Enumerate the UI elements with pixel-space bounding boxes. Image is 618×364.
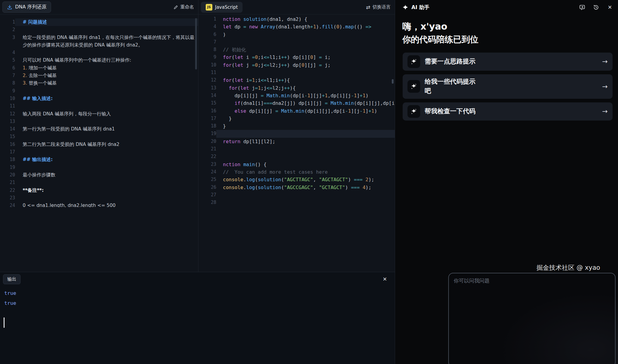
code-line[interactable]: 25console.log(solution("AGCTTAGC", "AGCT… [198, 176, 395, 183]
markdown-line[interactable]: 11 [0, 102, 198, 110]
tab-javascript-label: JavaScript [215, 5, 238, 10]
code-line[interactable]: 15 if(dna1[i]===dna2[j]) dp[i][j] = Math… [198, 99, 395, 107]
ai-action-code-hint-button[interactable]: 给我一些代码提示 吧 → [403, 74, 613, 99]
line-number: 21 [198, 145, 216, 153]
line-number: 11 [198, 69, 216, 76]
arrow-right-icon: → [602, 108, 608, 115]
code-line[interactable]: 7 [198, 38, 395, 46]
close-output-icon[interactable]: ✕ [381, 276, 388, 282]
line-number: 2 [0, 26, 15, 34]
code-line[interactable]: 11 [198, 69, 395, 76]
code-line[interactable]: 6) [198, 31, 395, 38]
markdown-line[interactable]: 14第一行为第一段受损的 DNA 碱基序列 dna1 [0, 125, 198, 133]
line-number: 22 [198, 153, 216, 160]
history-icon[interactable] [593, 4, 599, 11]
markdown-line[interactable]: 16第二行为第二段未受损的 DNA 碱基序列 dna2 [0, 141, 198, 148]
code-line[interactable]: 12for(let i=1;i<=l1;i++){ [198, 76, 395, 84]
javascript-icon: JS [206, 4, 212, 11]
ai-action-label: 帮我检查一下代码 [425, 107, 598, 116]
line-number: 19 [0, 164, 15, 171]
arrow-right-icon: → [602, 83, 608, 90]
line-number: 8 [198, 46, 216, 53]
markdown-line[interactable]: 10## 输入描述: [0, 95, 198, 102]
line-number: 10 [198, 61, 216, 69]
line-number: 4 [198, 23, 216, 31]
ai-action-check-code-button[interactable]: 帮我检查一下代码 → [403, 102, 613, 121]
terminal-cursor[interactable] [4, 317, 5, 328]
code-line[interactable]: 24// You can add more test cases here [198, 168, 395, 176]
code-line[interactable]: 26console.log(solution("AGCCGAGC", "GCTA… [198, 184, 395, 191]
markdown-line[interactable]: 20最小操作步骤数 [0, 171, 198, 179]
ai-question-input[interactable] [449, 273, 615, 364]
editor-scrollbar[interactable] [392, 79, 394, 84]
markdown-line[interactable]: 17 [0, 148, 198, 156]
markdown-line[interactable]: 23 [0, 194, 198, 202]
ai-greeting-line2: 你的代码陪练已到位 [402, 33, 611, 46]
code-line[interactable]: 20return dp[l1][l2]; [198, 138, 395, 145]
code-line[interactable]: 16 else dp[i][j] = Math.min(dp[i][j],dp[… [198, 107, 395, 115]
code-line[interactable]: 4let dp = new Array(dna1.length+1).fill(… [198, 23, 395, 31]
markdown-line[interactable]: 61. 增加一个碱基 [0, 64, 198, 72]
line-number: 1 [198, 15, 216, 23]
line-number: 17 [198, 115, 216, 122]
arrow-right-icon: → [602, 58, 608, 65]
markdown-line[interactable]: 19 [0, 164, 198, 171]
code-line[interactable]: 1nction solution(dna1, dna2) { [198, 15, 395, 23]
code-line[interactable]: 21 [198, 145, 395, 153]
editor-header: JS JavaScript ⇄ 切换语言 [198, 0, 395, 14]
markdown-line[interactable]: 15 [0, 133, 198, 140]
output-line: true [0, 298, 395, 308]
markdown-line[interactable]: 3给定一段受损的 DNA 碱基序列 dna1，在每次只操作一个碱基的情况下，将其… [0, 34, 198, 49]
rename-button[interactable]: 重命名 [173, 4, 194, 10]
markdown-line[interactable]: 12输入两段 DNA 碱基序列，每段分一行输入 [0, 110, 198, 118]
close-ai-icon[interactable]: ✕ [607, 4, 613, 11]
switch-language-button[interactable]: ⇄ 切换语言 [366, 4, 391, 10]
code-line[interactable]: 22 [198, 153, 395, 160]
markdown-line[interactable]: 240 <= dna1.length, dna2.length <= 500 [0, 202, 198, 207]
download-icon [7, 5, 12, 10]
markdown-line[interactable]: 22**备注**: [0, 187, 198, 194]
ai-actions: 需要一点思路提示 → 给我一些代码提示 吧 → [395, 53, 618, 121]
markdown-line[interactable]: 72. 去除一个碱基 [0, 72, 198, 79]
markdown-line[interactable]: 5只可以对 DNA 碱基序列中的一个碱基进行三种操作: [0, 56, 198, 64]
code-line[interactable]: 14 dp[i][j] = Math.min(dp[i-1][j]+1,dp[i… [198, 92, 395, 99]
ai-greeting: 嗨，x'yao 你的代码陪练已到位 [402, 20, 611, 46]
markdown-line[interactable]: 2 [0, 26, 198, 34]
markdown-line[interactable]: 18## 输出描述: [0, 156, 198, 163]
code-editor[interactable]: 1nction solution(dna1, dna2) {4let dp = … [198, 14, 395, 226]
code-line[interactable]: 9for(let i =0;i<=l1;i++) dp[i][0] = i; [198, 53, 395, 61]
line-number: 15 [0, 133, 15, 140]
markdown-line[interactable]: 13 [0, 118, 198, 125]
code-line[interactable]: 19 [198, 130, 395, 137]
markdown-line[interactable]: 9 [0, 87, 198, 95]
markdown-line[interactable]: 1# 问题描述 [0, 18, 198, 26]
code-line[interactable]: 28 [198, 199, 395, 206]
problem-scrollbar[interactable] [195, 18, 197, 69]
sparkle-icon [407, 55, 420, 68]
code-line[interactable]: 18} [198, 122, 395, 130]
code-line[interactable]: 13 for(let j=1;j<=l2;j++){ [198, 84, 395, 92]
ai-title: AI 助手 [402, 4, 429, 11]
problem-content[interactable]: 1# 问题描述23给定一段受损的 DNA 碱基序列 dna1，在每次只操作一个碱… [0, 14, 198, 207]
code-line[interactable]: 27 [198, 191, 395, 199]
code-line[interactable]: 10for(let j =0;j<=l2;j++) dp[0][j] = j; [198, 61, 395, 69]
markdown-line[interactable]: 83. 替换一个碱基 [0, 79, 198, 87]
tab-javascript[interactable]: JS JavaScript [201, 2, 243, 13]
line-number: 21 [0, 179, 15, 186]
line-number: 18 [0, 156, 15, 163]
open-chat-icon[interactable] [579, 4, 585, 11]
line-number: 13 [0, 118, 15, 125]
ai-sparkle-icon [402, 4, 408, 10]
sparkle-icon [407, 80, 420, 93]
code-line[interactable]: 23nction main() { [198, 161, 395, 168]
code-line[interactable]: 17 } [198, 115, 395, 122]
line-number: 22 [0, 187, 15, 194]
line-number: 12 [198, 76, 216, 84]
line-number: 7 [198, 38, 216, 46]
code-line[interactable]: 8// 初始化 [198, 46, 395, 53]
markdown-line[interactable]: 4 [0, 49, 198, 56]
line-number: 13 [198, 84, 216, 92]
ai-action-hint-button[interactable]: 需要一点思路提示 → [403, 53, 613, 71]
markdown-line[interactable]: 21 [0, 179, 198, 186]
line-number: 18 [198, 122, 216, 130]
